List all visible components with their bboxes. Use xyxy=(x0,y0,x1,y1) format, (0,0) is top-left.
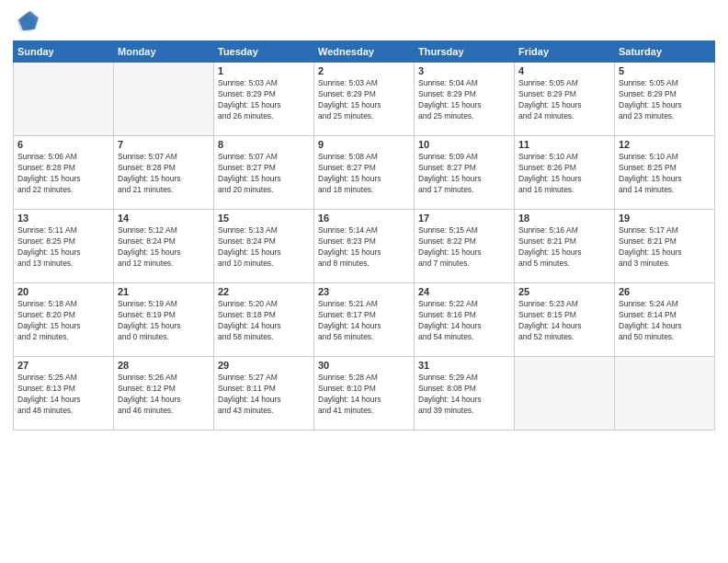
day-number: 25 xyxy=(518,286,610,297)
day-info-line: Sunrise: 5:07 AM xyxy=(218,152,310,163)
day-number: 11 xyxy=(518,139,610,150)
day-number: 26 xyxy=(619,286,711,297)
day-info-line: Daylight: 15 hours xyxy=(218,100,310,111)
day-info-line: Sunrise: 5:28 AM xyxy=(318,373,410,384)
day-info-line: Sunrise: 5:11 AM xyxy=(17,225,109,236)
day-info-line: Sunset: 8:29 PM xyxy=(518,89,610,100)
day-info-line: Sunrise: 5:17 AM xyxy=(619,225,711,236)
day-number: 6 xyxy=(17,139,109,150)
day-info-line: Sunset: 8:28 PM xyxy=(118,163,210,174)
day-info: Sunrise: 5:21 AMSunset: 8:17 PMDaylight:… xyxy=(318,299,410,343)
day-info-line: Daylight: 14 hours xyxy=(619,321,711,332)
day-info-line: and 21 minutes. xyxy=(118,185,210,196)
calendar-day-1: 1Sunrise: 5:03 AMSunset: 8:29 PMDaylight… xyxy=(214,63,314,136)
day-info-line: and 25 minutes. xyxy=(418,111,510,122)
calendar-day-24: 24Sunrise: 5:22 AMSunset: 8:16 PMDayligh… xyxy=(415,283,515,357)
calendar-week-1: 1Sunrise: 5:03 AMSunset: 8:29 PMDaylight… xyxy=(14,63,715,136)
calendar-day-31: 31Sunrise: 5:29 AMSunset: 8:08 PMDayligh… xyxy=(415,357,515,431)
day-info-line: Sunset: 8:24 PM xyxy=(118,236,210,247)
day-info-line: and 48 minutes. xyxy=(17,406,109,417)
day-info: Sunrise: 5:09 AMSunset: 8:27 PMDaylight:… xyxy=(418,152,510,196)
day-info: Sunrise: 5:19 AMSunset: 8:19 PMDaylight:… xyxy=(118,299,210,343)
day-info-line: Daylight: 15 hours xyxy=(17,321,109,332)
calendar-day-4: 4Sunrise: 5:05 AMSunset: 8:29 PMDaylight… xyxy=(515,63,615,136)
calendar-day-2: 2Sunrise: 5:03 AMSunset: 8:29 PMDaylight… xyxy=(314,63,415,136)
day-info-line: and 18 minutes. xyxy=(318,185,410,196)
calendar-day-22: 22Sunrise: 5:20 AMSunset: 8:18 PMDayligh… xyxy=(214,283,314,357)
day-info-line: Sunrise: 5:09 AM xyxy=(418,152,510,163)
day-info-line: Sunrise: 5:08 AM xyxy=(318,152,410,163)
calendar-day-10: 10Sunrise: 5:09 AMSunset: 8:27 PMDayligh… xyxy=(415,136,515,210)
day-info: Sunrise: 5:16 AMSunset: 8:21 PMDaylight:… xyxy=(518,225,610,270)
day-number: 2 xyxy=(318,65,410,76)
day-info-line: and 12 minutes. xyxy=(118,259,210,270)
day-info: Sunrise: 5:14 AMSunset: 8:23 PMDaylight:… xyxy=(318,225,410,270)
day-info: Sunrise: 5:07 AMSunset: 8:28 PMDaylight:… xyxy=(118,152,210,196)
day-info-line: Sunset: 8:18 PM xyxy=(218,310,310,321)
day-info-line: Sunrise: 5:10 AM xyxy=(619,152,711,163)
day-info: Sunrise: 5:18 AMSunset: 8:20 PMDaylight:… xyxy=(17,299,109,343)
day-info: Sunrise: 5:17 AMSunset: 8:21 PMDaylight:… xyxy=(619,225,711,270)
day-info-line: Sunset: 8:12 PM xyxy=(118,384,210,395)
day-info-line: Sunrise: 5:15 AM xyxy=(418,225,510,236)
day-info: Sunrise: 5:15 AMSunset: 8:22 PMDaylight:… xyxy=(418,225,510,270)
day-info-line: Daylight: 15 hours xyxy=(619,100,711,111)
day-number: 31 xyxy=(418,360,510,371)
weekday-header-wednesday: Wednesday xyxy=(314,41,415,63)
day-number: 27 xyxy=(17,360,109,371)
day-info-line: Daylight: 15 hours xyxy=(518,247,610,259)
logo-icon xyxy=(13,9,39,35)
day-info: Sunrise: 5:29 AMSunset: 8:08 PMDaylight:… xyxy=(418,373,510,417)
day-info-line: Daylight: 14 hours xyxy=(318,321,410,332)
calendar-day-6: 6Sunrise: 5:06 AMSunset: 8:28 PMDaylight… xyxy=(14,136,114,210)
day-info-line: Sunrise: 5:21 AM xyxy=(318,299,410,310)
day-info-line: Sunrise: 5:04 AM xyxy=(418,78,510,89)
day-info-line: Daylight: 15 hours xyxy=(518,174,610,185)
day-info: Sunrise: 5:04 AMSunset: 8:29 PMDaylight:… xyxy=(418,78,510,122)
day-info-line: Daylight: 14 hours xyxy=(318,395,410,406)
calendar-day-11: 11Sunrise: 5:10 AMSunset: 8:26 PMDayligh… xyxy=(515,136,615,210)
day-number: 20 xyxy=(17,286,109,297)
day-info-line: and 52 minutes. xyxy=(518,332,610,343)
day-info-line: Daylight: 15 hours xyxy=(218,174,310,185)
day-info-line: Sunrise: 5:05 AM xyxy=(619,78,711,89)
day-info-line: Daylight: 15 hours xyxy=(218,247,310,259)
day-info-line: Sunrise: 5:27 AM xyxy=(218,373,310,384)
day-info-line: Sunrise: 5:18 AM xyxy=(17,299,109,310)
day-info-line: Sunrise: 5:03 AM xyxy=(218,78,310,89)
day-info-line: Sunrise: 5:14 AM xyxy=(318,225,410,236)
day-info-line: Daylight: 14 hours xyxy=(418,321,510,332)
day-info-line: and 16 minutes. xyxy=(518,185,610,196)
day-info: Sunrise: 5:20 AMSunset: 8:18 PMDaylight:… xyxy=(218,299,310,343)
day-info-line: Sunrise: 5:12 AM xyxy=(118,225,210,236)
day-info: Sunrise: 5:23 AMSunset: 8:15 PMDaylight:… xyxy=(518,299,610,343)
weekday-header-monday: Monday xyxy=(114,41,214,63)
day-info-line: Daylight: 15 hours xyxy=(318,174,410,185)
day-info-line: Daylight: 15 hours xyxy=(17,247,109,259)
calendar-day-19: 19Sunrise: 5:17 AMSunset: 8:21 PMDayligh… xyxy=(615,210,715,283)
day-info-line: Daylight: 15 hours xyxy=(518,100,610,111)
day-info: Sunrise: 5:25 AMSunset: 8:13 PMDaylight:… xyxy=(17,373,109,417)
calendar-week-5: 27Sunrise: 5:25 AMSunset: 8:13 PMDayligh… xyxy=(14,357,715,431)
calendar-day-25: 25Sunrise: 5:23 AMSunset: 8:15 PMDayligh… xyxy=(515,283,615,357)
calendar-day-14: 14Sunrise: 5:12 AMSunset: 8:24 PMDayligh… xyxy=(114,210,214,283)
day-info-line: Sunrise: 5:13 AM xyxy=(218,225,310,236)
day-info-line: Sunset: 8:11 PM xyxy=(218,384,310,395)
calendar-day-empty xyxy=(14,63,114,136)
day-number: 1 xyxy=(218,65,310,76)
day-info-line: Sunset: 8:16 PM xyxy=(418,310,510,321)
day-info-line: Sunset: 8:27 PM xyxy=(218,163,310,174)
calendar-day-29: 29Sunrise: 5:27 AMSunset: 8:11 PMDayligh… xyxy=(214,357,314,431)
day-info-line: and 39 minutes. xyxy=(418,406,510,417)
day-info-line: Sunrise: 5:03 AM xyxy=(318,78,410,89)
day-info-line: Daylight: 14 hours xyxy=(418,395,510,406)
day-number: 21 xyxy=(118,286,210,297)
day-info-line: and 3 minutes. xyxy=(619,259,711,270)
day-info-line: Sunset: 8:15 PM xyxy=(518,310,610,321)
day-info-line: Sunrise: 5:29 AM xyxy=(418,373,510,384)
calendar-day-8: 8Sunrise: 5:07 AMSunset: 8:27 PMDaylight… xyxy=(214,136,314,210)
day-info-line: and 50 minutes. xyxy=(619,332,711,343)
day-info-line: Daylight: 15 hours xyxy=(118,321,210,332)
weekday-header-thursday: Thursday xyxy=(415,41,515,63)
calendar-day-16: 16Sunrise: 5:14 AMSunset: 8:23 PMDayligh… xyxy=(314,210,415,283)
